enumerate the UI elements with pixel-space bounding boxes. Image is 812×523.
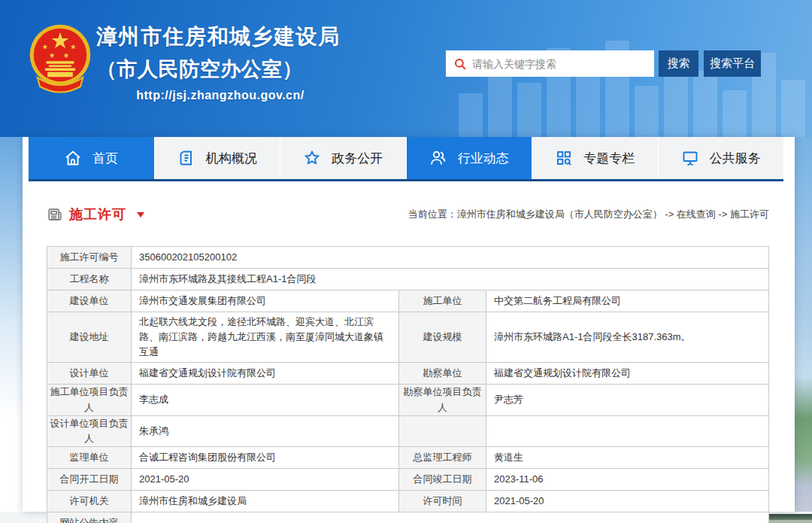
field-label: 工程名称 — [47, 269, 132, 290]
section-header: 施工许可 当前位置：漳州市住房和城乡建设局（市人民防空办公室） -> 在线查询 … — [47, 205, 769, 224]
nav-tab-topics[interactable]: 专题专栏 — [532, 137, 659, 179]
nav-tab-label: 机构概况 — [206, 150, 257, 167]
field-value: 福建省交通规划设计院有限公司 — [132, 363, 399, 385]
nav-tab-label: 首页 — [92, 150, 118, 167]
nav-tab-industry[interactable]: 行业动态 — [407, 137, 533, 179]
field-value: 漳州市交通发展集团有限公司 — [132, 290, 399, 312]
field-label: 监理单位 — [47, 447, 132, 469]
field-label: 建设规模 — [399, 312, 486, 363]
field-value: 2023-11-06 — [486, 469, 768, 491]
field-value: 2021-05-20 — [486, 491, 768, 512]
site-subtitle: （市人民防空办公室） — [96, 56, 344, 83]
field-value: 2021-05-20 — [132, 469, 399, 491]
field-label: 总监理工程师 — [399, 447, 486, 469]
document-icon — [177, 149, 195, 167]
field-value — [132, 512, 768, 523]
home-icon — [64, 149, 82, 167]
table-row: 施工单位项目负责人李志成勘察单位项目负责人尹志芳 — [47, 385, 768, 415]
table-row: 合同开工日期2021-05-20合同竣工日期2023-11-06 — [47, 469, 768, 491]
field-value: 漳州市东环城路及其接线工程A1-1合同段 — [132, 269, 768, 290]
field-label — [399, 416, 486, 447]
field-label: 建设单位 — [47, 290, 132, 312]
table-row: 工程名称漳州市东环城路及其接线工程A1-1合同段 — [47, 269, 768, 290]
nav-tab-label: 公共服务 — [710, 150, 761, 167]
nav-tab-disclosure[interactable]: 政务公开 — [280, 137, 407, 179]
field-label: 施工单位项目负责人 — [47, 385, 132, 415]
nav-tab-home[interactable]: 首页 — [29, 137, 155, 179]
field-label: 建设地址 — [47, 312, 132, 363]
field-value: 黄道生 — [486, 447, 768, 469]
table-row: 建设地址北起联六线龙文段，途径北环城路、迎宾大道、北江滨路、南江滨路，跨越九龙江… — [47, 312, 768, 363]
field-value: 北起联六线龙文段，途径北环城路、迎宾大道、北江滨路、南江滨路，跨越九龙江西溪，南… — [132, 312, 399, 363]
field-value: 350600202105200102 — [132, 247, 768, 269]
field-label: 勘察单位 — [399, 363, 486, 385]
field-value: 福建省交通规划设计院有限公司 — [486, 363, 768, 385]
search-platform-button[interactable]: 搜索平台 — [704, 50, 761, 77]
search-icon — [453, 57, 467, 71]
grid-icon — [555, 149, 573, 167]
star-icon — [303, 149, 321, 167]
table-row: 建设单位漳州市交通发展集团有限公司施工单位中交第二航务工程局有限公司 — [47, 290, 768, 312]
newspaper-icon — [47, 206, 63, 223]
monitor-icon — [681, 149, 699, 167]
field-value: 中交第二航务工程局有限公司 — [486, 290, 768, 312]
search-box — [446, 50, 654, 77]
field-label: 合同竣工日期 — [399, 469, 486, 491]
table-row: 施工许可编号350600202105200102 — [47, 247, 768, 269]
banner-cityscape — [459, 32, 812, 137]
nav-tab-services[interactable]: 公共服务 — [659, 137, 784, 179]
table-row: 许可机关漳州市住房和城乡建设局许可时间2021-05-20 — [47, 491, 768, 512]
field-label: 合同开工日期 — [47, 469, 132, 491]
field-value — [486, 416, 768, 447]
main-navigation: 首页机构概况政务公开行业动态专题专栏公共服务 — [29, 137, 783, 181]
chevron-down-icon[interactable] — [137, 212, 144, 217]
field-value: 漳州市东环城路A1-1合同段全长3187.363m。 — [486, 312, 768, 363]
nav-tab-label: 专题专栏 — [583, 150, 635, 167]
field-value: 合诚工程咨询集团股份有限公司 — [132, 447, 399, 469]
table-row: 监理单位合诚工程咨询集团股份有限公司总监理工程师黄道生 — [47, 447, 768, 469]
field-value: 尹志芳 — [486, 385, 768, 415]
table-row: 网站公告内容 — [47, 512, 768, 523]
breadcrumb: 当前位置：漳州市住房和城乡建设局（市人民防空办公室） -> 在线查询 -> 施工… — [408, 208, 769, 221]
field-label: 设计单位 — [47, 363, 132, 385]
field-label: 勘察单位项目负责人 — [399, 385, 486, 415]
field-value: 朱承鸿 — [132, 416, 399, 447]
site-url: http://jsj.zhangzhou.gov.cn/ — [96, 89, 344, 102]
search-button[interactable]: 搜索 — [659, 50, 698, 77]
section-title[interactable]: 施工许可 — [47, 205, 144, 223]
field-value: 漳州市住房和城乡建设局 — [132, 491, 399, 512]
site-title-block: 漳州市住房和城乡建设局 （市人民防空办公室） http://jsj.zhangz… — [96, 23, 344, 102]
permit-detail-table: 施工许可编号350600202105200102工程名称漳州市东环城路及其接线工… — [47, 246, 769, 523]
table-row: 设计单位项目负责人朱承鸿 — [47, 416, 768, 447]
site-banner: 漳州市住房和城乡建设局 （市人民防空办公室） http://jsj.zhangz… — [0, 0, 812, 137]
field-label: 设计单位项目负责人 — [47, 416, 132, 447]
field-label: 施工许可编号 — [47, 247, 132, 269]
national-emblem-logo — [29, 21, 92, 96]
site-title: 漳州市住房和城乡建设局 — [96, 23, 344, 51]
search-input[interactable] — [472, 50, 654, 77]
field-label: 网站公告内容 — [47, 512, 132, 523]
content-panel: 首页机构概况政务公开行业动态专题专栏公共服务 施工许可 当前位置：漳州市住房和城… — [23, 137, 795, 512]
field-value: 李志成 — [132, 385, 399, 415]
person-icon — [429, 149, 447, 167]
field-label: 施工单位 — [399, 290, 486, 312]
field-label: 许可机关 — [47, 491, 132, 512]
section-title-label: 施工许可 — [69, 205, 126, 223]
field-label: 许可时间 — [399, 491, 486, 512]
nav-tab-overview[interactable]: 机构概况 — [155, 137, 281, 179]
table-row: 设计单位福建省交通规划设计院有限公司勘察单位福建省交通规划设计院有限公司 — [47, 363, 768, 385]
nav-tab-label: 政务公开 — [332, 150, 383, 167]
nav-tab-label: 行业动态 — [458, 150, 509, 167]
